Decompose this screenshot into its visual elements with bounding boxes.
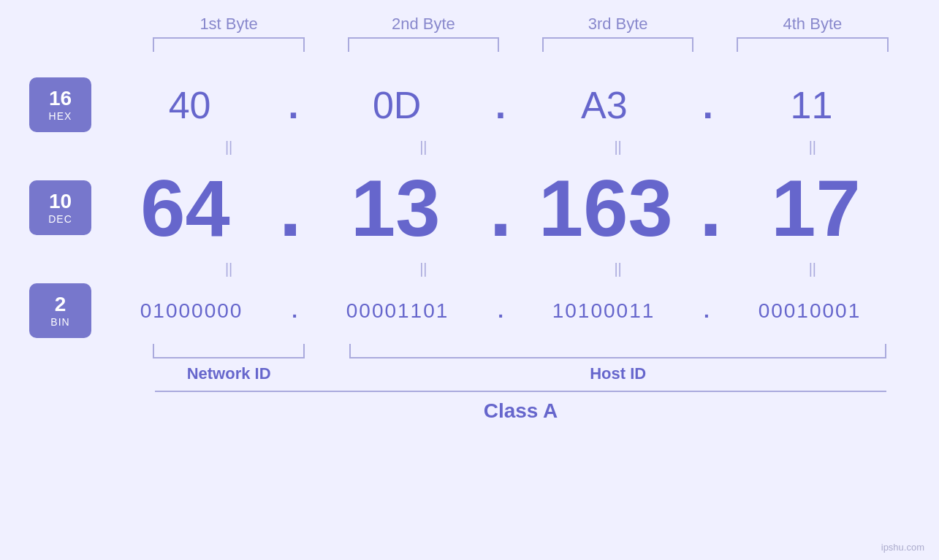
top-brackets [29,37,910,52]
equals-row-1: || || || || [29,132,910,161]
hex-byte1-cell: 40 [91,83,288,127]
hex-values: 40 . 0D . A3 . 11 [91,83,910,127]
eq1-2: || [326,132,520,161]
class-row: Class A [29,391,910,423]
host-id-label: Host ID [590,364,646,383]
bin-byte4-cell: 00010001 [710,299,910,323]
eq1-1: || [132,132,326,161]
bin-badge-label: BIN [50,316,69,328]
eq1-3: || [521,132,715,161]
host-bracket: Host ID [326,344,910,383]
hex-byte3: A3 [581,83,628,127]
dec-byte1-cell: 64 [91,161,279,254]
dot-bin-1: . [292,299,297,323]
byte3-header: 3rd Byte [521,15,715,34]
class-label: Class A [484,399,558,423]
hex-badge-number: 16 [49,88,72,110]
hex-badge: 16 HEX [29,77,91,132]
dec-byte2: 13 [351,161,440,254]
dec-row: 10 DEC 64 . 13 . 163 . 17 [29,161,910,254]
bin-byte1-cell: 01000000 [91,299,292,323]
dec-byte3-cell: 163 [512,161,699,254]
hex-byte4-cell: 11 [713,83,910,127]
class-bracket-line [155,391,886,392]
top-bracket-2 [348,37,500,52]
dec-badge-number: 10 [49,191,72,213]
bin-byte4: 00010001 [759,299,862,323]
top-bracket-1 [153,37,305,52]
byte-headers: 1st Byte 2nd Byte 3rd Byte 4th Byte [29,15,910,34]
dot-dec-2: . [490,161,512,254]
host-bracket-line [349,344,886,358]
eq2-4: || [715,254,910,283]
equals-row-2: || || || || [29,254,910,283]
main-container: 1st Byte 2nd Byte 3rd Byte 4th Byte 16 H… [0,0,939,560]
network-bracket-line [153,344,305,358]
hex-byte3-cell: A3 [506,83,702,127]
bracket-seg1 [132,37,326,52]
top-bracket-3 [542,37,694,52]
eq2-1: || [132,254,326,283]
bin-badge: 2 BIN [29,283,91,338]
bracket-seg2 [326,37,520,52]
network-id-label: Network ID [187,364,271,383]
eq2-2: || [326,254,520,283]
hex-badge-label: HEX [49,110,72,122]
dec-byte2-cell: 13 [302,161,490,254]
bin-values: 01000000 . 00001101 . 10100011 . 0001000… [91,299,910,323]
watermark: ipshu.com [881,542,924,553]
hex-row: 16 HEX 40 . 0D . A3 . 11 [29,77,910,132]
dot-hex-2: . [495,83,506,127]
hex-byte1: 40 [169,83,211,127]
bin-byte1: 01000000 [140,299,243,323]
dec-byte1: 64 [140,161,229,254]
eq2-3: || [521,254,715,283]
dot-bin-2: . [498,299,503,323]
dec-byte4: 17 [771,161,860,254]
eq1-4: || [715,132,910,161]
hex-byte4: 11 [790,83,832,127]
byte1-header: 1st Byte [132,15,326,34]
dot-dec-1: . [279,161,302,254]
bottom-brackets: Network ID Host ID [29,344,910,383]
hex-byte2: 0D [373,83,421,127]
bin-byte3-cell: 10100011 [503,299,704,323]
bracket-seg4 [715,37,910,52]
bin-badge-number: 2 [55,294,66,316]
dec-badge: 10 DEC [29,180,91,235]
dot-hex-3: . [702,83,712,127]
dot-dec-3: . [699,161,722,254]
bin-byte2-cell: 00001101 [297,299,498,323]
hex-byte2-cell: 0D [299,83,495,127]
top-bracket-4 [737,37,889,52]
dec-byte3: 163 [539,161,673,254]
bin-byte3: 10100011 [552,299,655,323]
dec-badge-label: DEC [48,213,72,225]
byte4-header: 4th Byte [715,15,910,34]
byte2-header: 2nd Byte [326,15,520,34]
network-bracket: Network ID [132,344,326,383]
dec-byte4-cell: 17 [722,161,910,254]
dot-bin-3: . [704,299,710,323]
bracket-seg3 [521,37,715,52]
dec-values: 64 . 13 . 163 . 17 [91,161,910,254]
bin-row: 2 BIN 01000000 . 00001101 . 10100011 . 0… [29,283,910,338]
dot-hex-1: . [288,83,298,127]
bin-byte2: 00001101 [346,299,449,323]
